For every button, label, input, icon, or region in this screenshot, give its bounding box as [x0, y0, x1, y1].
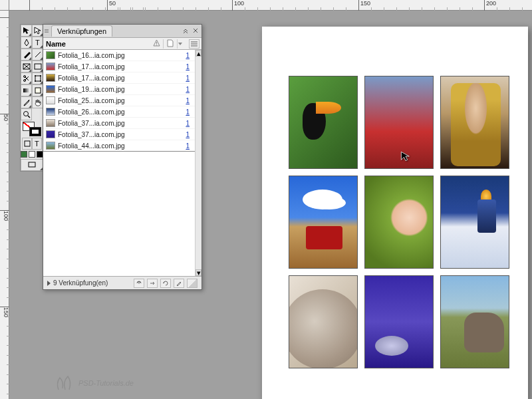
link-thumbnail	[46, 119, 55, 127]
formatting-text[interactable]: T	[32, 138, 42, 150]
link-row[interactable]: Fotolia_19...ia.com.jpg1	[43, 84, 201, 95]
pen-tool[interactable]	[21, 37, 32, 49]
column-name[interactable]: Name	[46, 40, 150, 48]
svg-rect-8	[35, 76, 41, 81]
scroll-down-icon[interactable]: ▾	[196, 269, 201, 276]
link-row[interactable]: Fotolia_37...ia.com.jpg1	[43, 118, 201, 129]
link-thumbnail	[46, 108, 55, 116]
pencil-tool[interactable]	[21, 49, 32, 61]
gradient-tool[interactable]	[21, 84, 32, 96]
link-thumbnail	[46, 74, 55, 82]
link-row[interactable]: Fotolia_37...ia.com.jpg1	[43, 129, 201, 140]
close-icon[interactable]	[192, 27, 200, 35]
link-row[interactable]: Fotolia_44...ia.com.jpg1	[43, 140, 201, 152]
mouse-cursor	[400, 151, 411, 162]
image-grid	[289, 76, 509, 368]
placed-image[interactable]	[289, 176, 358, 269]
edit-original-button[interactable]	[174, 279, 184, 288]
stroke-swatch[interactable]	[29, 127, 41, 136]
direct-selection-tool[interactable]	[32, 25, 43, 37]
link-thumbnail	[46, 142, 55, 150]
link-row[interactable]: Fotolia_17...ia.com.jpg1	[43, 72, 201, 84]
apply-color[interactable]	[21, 151, 27, 158]
placed-image[interactable]	[364, 275, 434, 368]
svg-rect-19	[29, 162, 35, 167]
link-filename: Fotolia_44...ia.com.jpg	[58, 142, 186, 150]
rectangle-tool[interactable]	[32, 61, 43, 72]
link-filename: Fotolia_26...ia.com.jpg	[58, 108, 186, 116]
link-filename: Fotolia_25...ia.com.jpg	[58, 97, 186, 104]
scroll-up-icon[interactable]: ▴	[196, 50, 201, 57]
resize-grip[interactable]	[187, 279, 198, 288]
placed-image[interactable]	[364, 176, 434, 269]
toolbox: T	[20, 24, 44, 172]
link-thumbnail	[46, 85, 55, 93]
placed-image[interactable]	[289, 76, 358, 169]
ruler-origin	[0, 0, 9, 11]
document-area: T	[9, 11, 532, 399]
formatting-container[interactable]	[22, 138, 32, 150]
links-panel: Verknüpfungen Name Fotolia_16...ia.com.j…	[43, 24, 202, 290]
ruler-vertical: 50100150200	[0, 11, 9, 399]
link-row[interactable]: Fotolia_17...ia.com.jpg1	[43, 61, 201, 72]
svg-text:T: T	[35, 39, 40, 47]
panel-grip[interactable]	[43, 25, 50, 37]
zoom-tool[interactable]	[21, 108, 32, 120]
svg-point-15	[23, 112, 28, 116]
svg-rect-13	[23, 88, 30, 92]
screen-mode[interactable]	[21, 159, 43, 171]
column-page-icon[interactable]	[163, 39, 178, 49]
link-filename: Fotolia_17...ia.com.jpg	[58, 74, 186, 82]
svg-rect-5	[35, 64, 41, 69]
panel-header-row[interactable]: Name	[43, 38, 201, 50]
link-row[interactable]: Fotolia_16...ia.com.jpg1	[43, 50, 201, 61]
panel-body: Fotolia_16...ia.com.jpg1Fotolia_17...ia.…	[43, 50, 201, 276]
panel-menu-icon[interactable]	[189, 39, 200, 49]
link-thumbnail	[46, 63, 55, 70]
svg-rect-17	[25, 141, 30, 146]
placed-image[interactable]	[440, 76, 509, 169]
eyedropper-tool[interactable]	[21, 96, 32, 108]
link-row[interactable]: Fotolia_26...ia.com.jpg1	[43, 106, 201, 118]
document-page[interactable]	[262, 27, 528, 399]
svg-point-11	[35, 80, 36, 82]
svg-point-26	[156, 45, 156, 45]
selection-tool[interactable]	[21, 25, 32, 37]
link-filename: Fotolia_37...ia.com.jpg	[58, 131, 186, 138]
placed-image[interactable]	[289, 275, 358, 368]
color-swatches[interactable]: T	[21, 120, 43, 159]
svg-point-9	[35, 75, 36, 76]
svg-text:T: T	[35, 140, 39, 148]
watermark: PSD-Tutorials.de	[53, 374, 134, 392]
svg-point-10	[40, 75, 41, 76]
scissors-tool[interactable]	[21, 72, 32, 84]
svg-line-16	[28, 116, 30, 118]
rectangle-frame-tool[interactable]	[21, 61, 32, 72]
note-tool[interactable]	[32, 84, 43, 96]
collapse-icon[interactable]	[182, 27, 190, 35]
line-tool[interactable]	[32, 49, 43, 61]
panel-tab-bar[interactable]: Verknüpfungen	[43, 25, 201, 38]
placed-image[interactable]	[440, 176, 509, 269]
link-filename: Fotolia_19...ia.com.jpg	[58, 86, 186, 93]
expand-icon[interactable]	[47, 281, 51, 286]
link-thumbnail	[46, 96, 55, 104]
link-filename: Fotolia_16...ia.com.jpg	[58, 52, 186, 59]
relink-button[interactable]	[134, 279, 144, 288]
placed-image[interactable]	[364, 76, 434, 169]
link-row[interactable]: Fotolia_25...ia.com.jpg1	[43, 95, 201, 106]
panel-scrollbar[interactable]: ▴ ▾	[195, 50, 201, 276]
placed-image[interactable]	[440, 275, 509, 368]
apply-none[interactable]	[29, 151, 35, 158]
update-link-button[interactable]	[160, 279, 171, 288]
svg-line-1	[35, 52, 41, 57]
hand-tool[interactable]	[32, 96, 43, 108]
goto-link-button[interactable]	[147, 279, 158, 288]
link-thumbnail	[46, 130, 55, 138]
free-transform-tool[interactable]	[32, 72, 43, 84]
type-tool[interactable]: T	[32, 37, 43, 49]
column-status-icon[interactable]	[150, 39, 163, 48]
link-thumbnail	[46, 51, 55, 59]
status-text: 9 Verknüpfung(en)	[53, 279, 131, 287]
panel-tab-links[interactable]: Verknüpfungen	[51, 25, 112, 37]
